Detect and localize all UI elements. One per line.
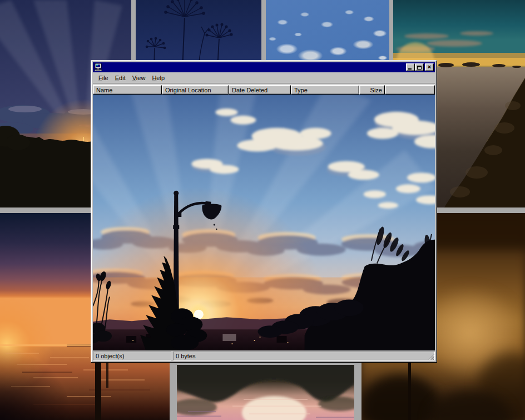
resize-grip[interactable]	[427, 353, 434, 360]
window-titlebar[interactable]: ×	[93, 62, 435, 72]
screen: × File Edit View Help Name Original Loca…	[0, 0, 525, 420]
menu-bar: File Edit View Help	[93, 73, 435, 83]
minimize-icon	[408, 68, 412, 70]
column-header-name[interactable]: Name	[93, 85, 162, 95]
menu-help[interactable]: Help	[148, 73, 168, 82]
column-header-original-location[interactable]: Original Location	[162, 85, 229, 95]
window-controls: ×	[406, 63, 434, 71]
status-objects: 0 object(s)	[93, 352, 171, 360]
maximize-button[interactable]	[415, 63, 424, 71]
sunset-photo	[93, 95, 435, 350]
column-header-type[interactable]: Type	[291, 85, 359, 95]
menu-file[interactable]: File	[95, 73, 112, 82]
menu-view[interactable]: View	[129, 73, 149, 82]
status-bytes: 0 bytes	[173, 352, 435, 360]
maximize-icon	[417, 66, 422, 70]
recycle-bin-window: × File Edit View Help Name Original Loca…	[91, 60, 437, 363]
menu-edit[interactable]: Edit	[112, 73, 129, 82]
status-bar: 0 object(s) 0 bytes	[93, 352, 435, 360]
column-header-row: Name Original Location Date Deleted Type…	[93, 85, 435, 95]
close-icon: ×	[428, 64, 431, 70]
column-header-date-deleted[interactable]: Date Deleted	[229, 85, 291, 95]
column-header-blank[interactable]	[385, 85, 435, 95]
close-button[interactable]: ×	[425, 63, 434, 71]
column-header-size[interactable]: Size	[359, 85, 385, 95]
file-list-area[interactable]	[93, 95, 435, 350]
window-frame: × File Edit View Help Name Original Loca…	[91, 61, 437, 362]
wallpaper-tile-water-reflections	[177, 365, 354, 420]
water-reflections-image	[177, 365, 354, 420]
computer-icon	[94, 63, 103, 71]
minimize-button[interactable]	[406, 63, 415, 71]
